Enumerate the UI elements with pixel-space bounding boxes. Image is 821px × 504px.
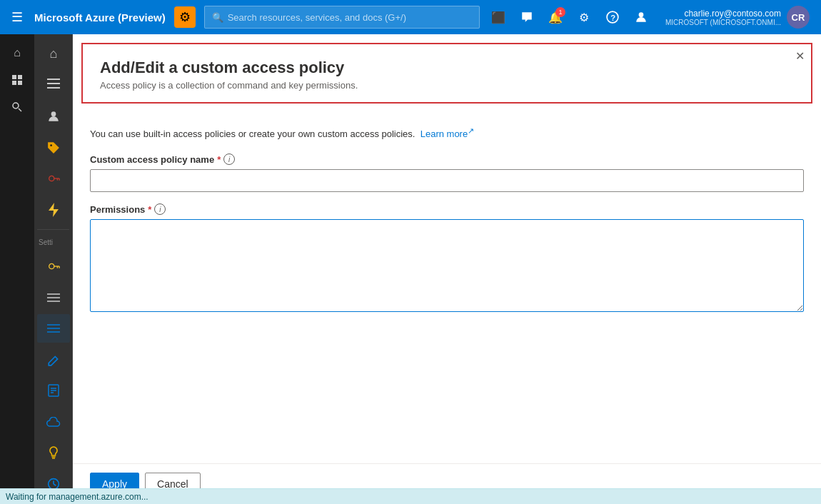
svg-rect-11 [47,87,60,89]
user-profile-button[interactable]: charlie.roy@contoso.com MICROSOFT (MICRO… [660,6,815,29]
hamburger-button[interactable]: ☰ [6,5,29,29]
svg-point-2 [639,12,644,17]
panel-title: Add/Edit a custom access policy [100,59,794,77]
svg-point-13 [50,144,52,146]
svg-point-14 [49,176,54,181]
statusbar: Waiting for management.azure.com... [0,488,821,504]
svg-rect-6 [18,81,22,85]
policy-name-label: Custom access policy name * i [90,153,804,165]
secondary-item-person[interactable] [37,102,70,131]
secondary-item-settings-key[interactable] [37,252,70,281]
user-info: charlie.roy@contoso.com MICROSOFT (MICRO… [665,9,781,26]
secondary-item-settings-cloud[interactable] [37,408,70,436]
svg-rect-5 [12,81,16,85]
main-content: Add/Edit a custom access policy Access p… [73,34,821,504]
topbar-icon-group: ⬛ 🔔 1 ⚙ ? [485,4,654,30]
secondary-item-tag[interactable] [37,133,70,162]
topbar: ☰ Microsoft Azure (Preview) ⚙ 🔍 ⬛ 🔔 1 ⚙ … [0,0,821,34]
permissions-textarea[interactable] [90,219,804,312]
secondary-item-key[interactable] [37,164,70,193]
svg-point-7 [13,103,19,109]
secondary-item-settings-bulb[interactable] [37,439,70,468]
panel-header: Add/Edit a custom access policy Access p… [81,43,812,104]
panel-overlay: Add/Edit a custom access policy Access p… [73,34,821,504]
secondary-item-settings-edit[interactable] [37,346,70,374]
notifications-button[interactable]: 🔔 1 [543,4,568,30]
avatar: CR [787,6,810,29]
svg-point-19 [49,264,54,269]
policy-name-field: Custom access policy name * i [90,153,804,192]
panel-body: You can use built-in access policies or … [73,112,821,463]
svg-point-12 [51,111,56,116]
learn-more-link[interactable]: Learn more↗ [420,128,474,139]
panel: Add/Edit a custom access policy Access p… [73,34,821,504]
main-layout: ⌂ ⌂ Setti [0,34,821,504]
policy-name-input[interactable] [90,169,804,192]
svg-line-37 [54,484,56,485]
panel-info-text: You can use built-in access policies or … [90,126,804,139]
sidebar-item-dashboard[interactable] [3,67,31,93]
external-link-icon: ↗ [468,126,474,135]
svg-rect-3 [12,75,16,79]
secondary-item-home[interactable]: ⌂ [37,40,70,69]
secondary-item-settings-doc[interactable] [37,377,70,405]
permissions-label: Permissions * i [90,203,804,215]
sidebar-item-search[interactable] [3,94,31,120]
secondary-item-settings-active[interactable] [37,314,70,343]
notification-badge: 1 [555,7,565,17]
azure-logo: ⚙ [174,6,196,28]
secondary-item-settings-list[interactable] [37,283,70,312]
search-bar[interactable]: 🔍 [204,6,480,29]
sidebar-divider [37,229,69,230]
panel-close-button[interactable]: ✕ [790,46,810,66]
statusbar-text: Waiting for management.azure.com... [6,492,148,502]
app-title: Microsoft Azure (Preview) [34,11,166,24]
panel-subtitle: Access policy is a collection of command… [100,80,794,91]
settings-button[interactable]: ⚙ [571,4,597,30]
permissions-info-icon[interactable]: i [154,203,166,215]
user-tenant: MICROSOFT (MICROSOFT.ONMI... [665,19,781,26]
secondary-sidebar: ⌂ Setti [34,34,73,504]
permissions-field: Permissions * i [90,203,804,314]
svg-rect-9 [47,79,60,80]
directory-button[interactable] [628,4,654,30]
secondary-item-menu[interactable] [37,71,70,100]
secondary-item-bolt[interactable] [37,196,70,224]
help-button[interactable]: ? [600,4,625,30]
svg-rect-10 [47,83,60,84]
user-email: charlie.roy@contoso.com [665,9,781,19]
svg-line-8 [19,109,21,111]
search-icon: 🔍 [212,12,223,23]
primary-sidebar: ⌂ [0,34,34,504]
policy-name-info-icon[interactable]: i [223,153,235,165]
settings-label: Setti [37,236,69,249]
svg-marker-18 [49,203,59,217]
permissions-required-star: * [148,204,151,215]
search-input[interactable] [228,12,472,23]
feedback-button[interactable] [514,4,540,30]
svg-text:?: ? [610,14,615,22]
required-star: * [217,154,221,165]
sidebar-item-home[interactable]: ⌂ [3,40,31,66]
svg-rect-4 [18,75,22,79]
cloud-shell-button[interactable]: ⬛ [485,4,511,30]
